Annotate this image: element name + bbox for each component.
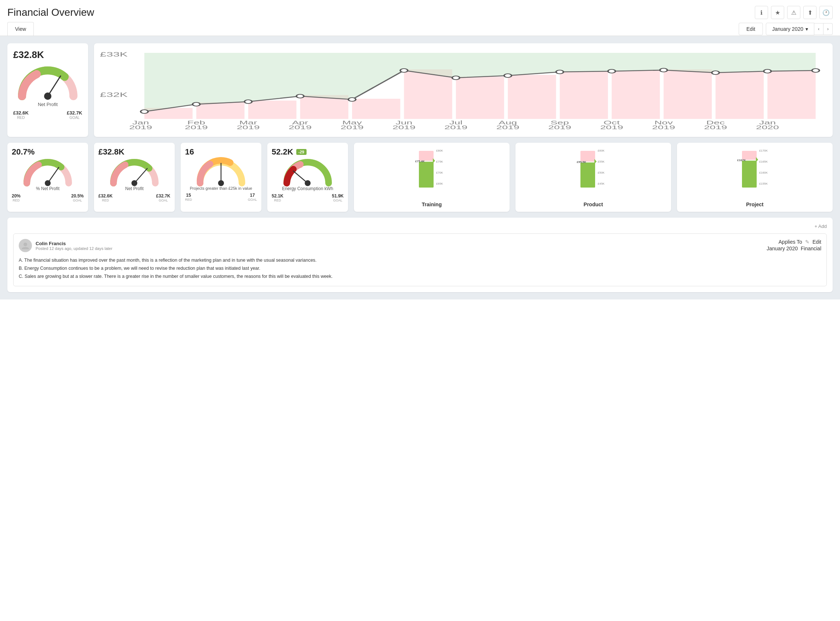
svg-line-61 bbox=[134, 168, 147, 183]
line-chart-card: £33K £32K bbox=[94, 43, 832, 137]
svg-rect-9 bbox=[404, 70, 452, 119]
svg-text:£155K: £155K bbox=[759, 182, 768, 185]
svg-text:2019: 2019 bbox=[237, 124, 260, 130]
energy-value-row: 52.2K -29 bbox=[272, 147, 306, 157]
svg-line-59 bbox=[48, 167, 59, 183]
add-comment-button[interactable]: + Add bbox=[814, 224, 827, 229]
line-chart-svg: £33K £32K bbox=[100, 49, 827, 130]
comment-line-1: A. The financial situation has improved … bbox=[19, 256, 821, 264]
svg-point-19 bbox=[193, 102, 200, 106]
svg-text:£33K: £33K bbox=[100, 51, 127, 58]
svg-text:£70K: £70K bbox=[436, 171, 443, 174]
net-profit-gauge bbox=[18, 65, 77, 98]
view-tab[interactable]: View bbox=[8, 22, 34, 36]
toolbar-right: Edit January 2020 ▾ ‹ › bbox=[739, 23, 832, 35]
alert-icon-btn[interactable]: ⚠ bbox=[787, 6, 801, 19]
svg-text:2019: 2019 bbox=[393, 124, 415, 130]
svg-rect-5 bbox=[196, 102, 244, 119]
svg-text:£75.4K: £75.4K bbox=[415, 160, 425, 163]
bottom-row: 20.7% % Net Profit 20% RED bbox=[8, 143, 832, 212]
svg-point-18 bbox=[141, 110, 148, 114]
energy-footer: 52.1K RED 51.9K GOAL bbox=[272, 194, 344, 202]
svg-text:£65K: £65K bbox=[436, 182, 443, 185]
financial-link[interactable]: Financial bbox=[801, 245, 821, 251]
pct-gauge bbox=[24, 158, 71, 185]
svg-text:£75K: £75K bbox=[436, 160, 443, 163]
net-profit-small-value: £32.8K bbox=[99, 147, 124, 157]
edit-icon: ✎ bbox=[805, 239, 810, 245]
pct-net-profit-card: 20.7% % Net Profit 20% RED bbox=[8, 143, 88, 212]
net-profit-red: £32.6K RED bbox=[13, 110, 29, 120]
svg-text:2019: 2019 bbox=[652, 124, 675, 130]
applies-to-label: Applies To bbox=[779, 239, 802, 245]
svg-text:2019: 2019 bbox=[704, 124, 727, 130]
svg-rect-89 bbox=[742, 160, 757, 188]
comment-header: Colin Francis Posted 12 days ago, update… bbox=[19, 239, 821, 252]
svg-rect-71 bbox=[419, 161, 434, 188]
net-profit-card: £32.8K Net Profit bbox=[8, 43, 88, 137]
net-profit-goal: £32.7K GOAL bbox=[67, 110, 82, 120]
energy-badge: -29 bbox=[296, 149, 306, 155]
svg-line-1 bbox=[48, 76, 61, 96]
star-icon-btn[interactable]: ★ bbox=[771, 6, 784, 19]
svg-rect-11 bbox=[508, 75, 556, 119]
svg-rect-13 bbox=[612, 70, 660, 119]
svg-marker-92 bbox=[756, 157, 758, 162]
svg-text:£170K: £170K bbox=[759, 149, 768, 152]
svg-point-21 bbox=[296, 94, 303, 98]
training-label: Training bbox=[422, 201, 442, 208]
export-icon-btn[interactable]: ⬆ bbox=[803, 6, 817, 19]
svg-text:£60K: £60K bbox=[598, 149, 605, 152]
svg-point-26 bbox=[556, 70, 564, 74]
avatar bbox=[19, 239, 32, 252]
chevron-down-icon: ▾ bbox=[805, 26, 808, 32]
svg-text:£167K: £167K bbox=[737, 159, 746, 162]
applies-to-date: January 2020 bbox=[767, 245, 798, 251]
comments-section: + Add Colin Francis Posted 12 days bbox=[8, 218, 832, 292]
comment-line-3: C. Sales are growing but at a slower rat… bbox=[19, 273, 821, 280]
edit-link[interactable]: Edit bbox=[813, 239, 821, 245]
toolbar: View Edit January 2020 ▾ ‹ › bbox=[0, 22, 840, 36]
svg-text:£80K: £80K bbox=[436, 149, 443, 152]
svg-point-27 bbox=[608, 70, 615, 73]
net-profit-small-card: £32.8K Net Profit £32.6K RED bbox=[94, 143, 175, 212]
edit-button[interactable]: Edit bbox=[739, 23, 763, 35]
energy-label: Energy Consumption kWh bbox=[282, 186, 333, 191]
svg-rect-80 bbox=[581, 162, 595, 188]
date-dropdown[interactable]: January 2020 ▾ bbox=[766, 23, 814, 35]
svg-rect-6 bbox=[248, 101, 296, 119]
svg-rect-10 bbox=[456, 77, 504, 119]
comments-header: + Add bbox=[13, 224, 827, 229]
prev-btn[interactable]: ‹ bbox=[814, 23, 823, 35]
date-selector: January 2020 ▾ ‹ › bbox=[766, 23, 832, 35]
project-chart: £170K £165K £160K £155K £167K bbox=[681, 147, 828, 198]
date-label: January 2020 bbox=[772, 26, 803, 32]
info-icon-btn[interactable]: ℹ bbox=[755, 6, 768, 19]
pct-net-profit-footer: 20% RED 20.5% GOAL bbox=[12, 194, 84, 202]
net-profit-small-label: Net Profit bbox=[125, 186, 144, 191]
energy-card: 52.2K -29 Energy Consumption kWh 52. bbox=[267, 143, 348, 212]
svg-point-93 bbox=[23, 242, 27, 246]
svg-point-30 bbox=[764, 70, 771, 73]
product-label: Product bbox=[584, 201, 603, 208]
svg-text:2019: 2019 bbox=[600, 124, 623, 130]
next-btn[interactable]: › bbox=[823, 23, 832, 35]
svg-text:£55K: £55K bbox=[598, 160, 605, 163]
svg-point-29 bbox=[712, 71, 719, 74]
projects-value: 16 bbox=[185, 147, 194, 157]
svg-text:2019: 2019 bbox=[496, 124, 520, 130]
svg-marker-74 bbox=[433, 158, 435, 163]
svg-point-25 bbox=[504, 74, 511, 77]
comment-card: Colin Francis Posted 12 days ago, update… bbox=[13, 233, 827, 286]
applies-to-row: Applies To ✎ Edit bbox=[779, 239, 821, 245]
svg-point-20 bbox=[244, 100, 252, 103]
svg-rect-8 bbox=[352, 99, 400, 119]
training-chart: £80K £75K £70K £65K £75.4K bbox=[358, 147, 505, 198]
svg-text:£45K: £45K bbox=[598, 182, 605, 185]
svg-text:2019: 2019 bbox=[548, 124, 571, 130]
view-tab-btn[interactable]: View bbox=[8, 22, 34, 36]
svg-text:2019: 2019 bbox=[185, 124, 208, 130]
svg-text:£165K: £165K bbox=[759, 160, 768, 163]
clock-icon-btn[interactable]: 🕐 bbox=[819, 6, 832, 19]
svg-point-31 bbox=[812, 69, 819, 72]
